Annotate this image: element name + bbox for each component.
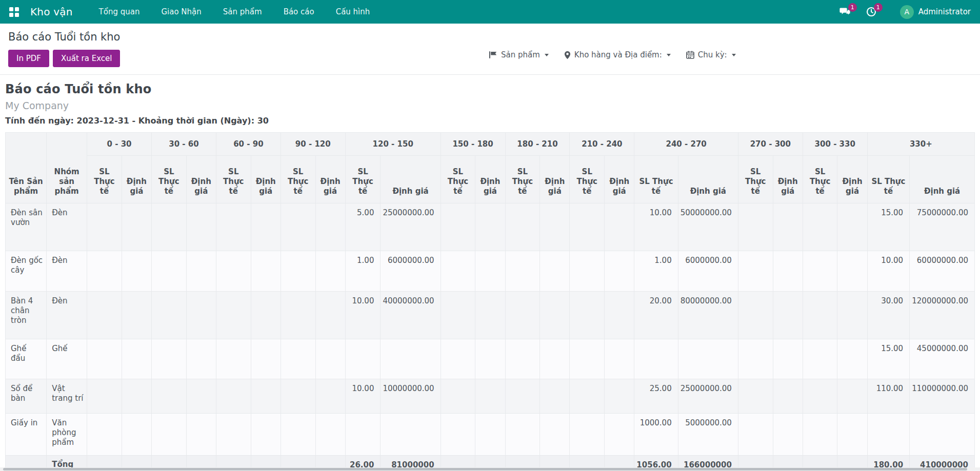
qty-cell [281,339,315,379]
qty-cell [87,379,122,414]
value-cell [122,203,151,251]
qty-cell: 10.00 [867,251,909,292]
value-cell [773,251,803,292]
value-cell [122,292,151,339]
products-filter-dropdown[interactable]: Sản phẩm [489,50,549,59]
value-cell: 10000000.00 [381,379,441,414]
bucket-header-5: 150 - 180 [441,133,505,156]
qty-cell [281,414,315,456]
qty-cell [441,203,475,251]
value-cell: 80000000.00 [678,292,738,339]
qty-cell [281,379,315,414]
qty-cell [505,339,540,379]
control-panel: Báo cáo Tuổi tồn kho In PDF Xuất ra Exce… [0,24,980,75]
value-cell [315,379,345,414]
menu-item-giao-nhan[interactable]: Giao Nhận [150,0,212,24]
qty-cell [738,203,773,251]
menu-item-tong-quan[interactable]: Tổng quan [88,0,151,24]
qty-cell [570,379,605,414]
value-cell [475,203,505,251]
table-row: Ghế đẩuGhế15.0045000000.00 [6,339,975,379]
user-menu[interactable]: A Administrator [900,5,971,19]
scrollbar-thumb[interactable] [3,468,967,470]
qty-subheader-9: SL Thực tế [738,156,773,203]
apps-menu-button[interactable] [6,4,22,20]
value-cell [540,251,570,292]
value-cell [315,203,345,251]
value-cell [186,379,216,414]
value-cell: 40000000.00 [381,292,441,339]
aging-report-table: Tên Sản phẩmNhóm sản phẩm0 - 3030 - 6060… [5,132,975,471]
value-subheader-3: Định giá [315,156,345,203]
menu-item-cau-hinh[interactable]: Cấu hình [325,0,381,24]
qty-subheader-7: SL Thực tế [570,156,605,203]
value-cell [605,251,634,292]
messages-button[interactable]: 1 [834,4,856,20]
value-subheader-2: Định giá [251,156,281,203]
top-navbar: Kho vận Tổng quan Giao Nhận Sản phẩm Báo… [0,0,980,24]
qty-subheader-1: SL Thực tế [152,156,187,203]
navbar-left: Kho vận Tổng quan Giao Nhận Sản phẩm Báo… [6,0,381,24]
warehouse-filter-dropdown[interactable]: Kho hàng và Địa điểm: [564,50,671,59]
value-cell [540,339,570,379]
value-cell: 5000000.00 [678,414,738,456]
value-cell [540,379,570,414]
value-cell [475,251,505,292]
print-pdf-button[interactable]: In PDF [8,50,49,67]
qty-cell [570,414,605,456]
value-cell [837,339,867,379]
value-cell [773,339,803,379]
menu-item-bao-cao[interactable]: Báo cáo [273,0,325,24]
value-cell [251,292,281,339]
calendar-icon [686,51,694,59]
value-cell [540,292,570,339]
qty-subheader-8: SL Thực tế [634,156,678,203]
value-cell [186,203,216,251]
value-cell [381,414,441,456]
horizontal-scrollbar[interactable] [0,467,980,471]
qty-subheader-5: SL Thực tế [441,156,475,203]
group-cell: Đèn [47,203,87,251]
qty-cell [87,292,122,339]
product-cell: Ghế đẩu [6,339,47,379]
value-cell [186,414,216,456]
qty-subheader-11: SL Thực tế [867,156,909,203]
qty-cell [152,292,187,339]
table-row: Sổ để bànVật trang trí10.0010000000.0025… [6,379,975,414]
qty-cell [505,203,540,251]
bucket-header-7: 210 - 240 [570,133,634,156]
qty-cell [738,251,773,292]
qty-subheader-4: SL Thực tế [345,156,381,203]
value-cell: 75000000.00 [910,203,975,251]
menu-item-san-pham[interactable]: Sản phẩm [212,0,273,24]
value-cell [837,379,867,414]
value-subheader-1: Định giá [186,156,216,203]
qty-cell [152,203,187,251]
value-cell [186,251,216,292]
warehouse-filter-label: Kho hàng và Địa điểm: [574,50,662,59]
value-cell [605,379,634,414]
report-body: Báo cáo Tuổi tồn kho My Company Tính đến… [0,75,980,471]
value-cell [475,379,505,414]
activities-button[interactable]: 1 [861,4,882,20]
company-name: My Company [5,100,975,111]
table-row: Giấy inVăn phòng phẩm1000.005000000.00 [6,414,975,456]
qty-cell [441,292,475,339]
value-cell [837,414,867,456]
period-filter-dropdown[interactable]: Chu kỳ: [686,50,736,59]
qty-cell [87,251,122,292]
value-cell [475,414,505,456]
qty-cell: 25.00 [634,379,678,414]
qty-cell: 1.00 [634,251,678,292]
value-subheader-9: Định giá [773,156,803,203]
bucket-header-2: 60 - 90 [216,133,281,156]
value-cell: 45000000.00 [910,339,975,379]
app-brand[interactable]: Kho vận [30,6,73,18]
value-cell [605,203,634,251]
group-column-header: Nhóm sản phẩm [47,133,87,203]
value-cell [122,251,151,292]
export-excel-button[interactable]: Xuất ra Excel [53,50,121,67]
page: Kho vận Tổng quan Giao Nhận Sản phẩm Báo… [0,0,980,471]
qty-cell [505,379,540,414]
report-date-line: Tính đến ngày: 2023-12-31 - Khoảng thời … [5,116,975,126]
